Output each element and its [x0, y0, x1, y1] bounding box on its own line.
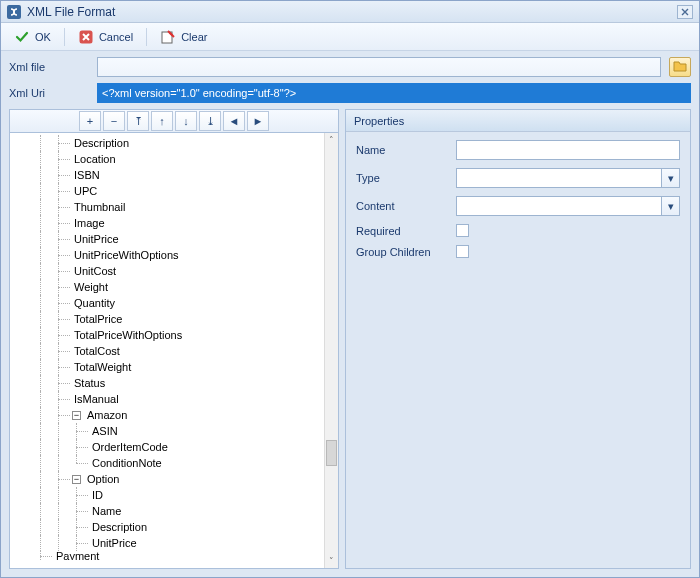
tree-node[interactable]: TotalPriceWithOptions	[12, 327, 322, 343]
prop-name-input[interactable]	[456, 140, 680, 160]
xml-file-format-dialog: XML File Format OK Cancel Clear	[0, 0, 700, 578]
tree-node-label: Location	[72, 153, 116, 165]
move-bottom-icon: ⤓	[206, 115, 215, 128]
tree-node-label: TotalPrice	[72, 313, 122, 325]
xml-uri-label: Xml Uri	[9, 87, 89, 99]
prop-group-children-checkbox[interactable]	[456, 245, 469, 258]
tree-node-label: ConditionNote	[90, 457, 162, 469]
chevron-down-icon[interactable]: ▾	[661, 197, 679, 215]
tree-node-label: TotalWeight	[72, 361, 131, 373]
tree-scrollbar[interactable]: ˄ ˅	[324, 133, 338, 568]
tree-nav-right-button[interactable]: ►	[247, 111, 269, 131]
tree-move-up-button[interactable]: ↑	[151, 111, 173, 131]
tree-toolbar: + − ⤒ ↑ ↓ ⤓ ◄ ►	[9, 109, 339, 133]
cancel-button[interactable]: Cancel	[71, 26, 140, 48]
scroll-down-button[interactable]: ˅	[325, 554, 338, 568]
tree-node[interactable]: Quantity	[12, 295, 322, 311]
prop-content-combo[interactable]: ▾	[456, 196, 680, 216]
tree-expander[interactable]: −	[72, 475, 81, 484]
tree-node-label: UnitPrice	[72, 233, 119, 245]
app-icon	[7, 5, 21, 19]
tree-node-label: TotalPriceWithOptions	[72, 329, 182, 341]
tree-node-label: Quantity	[72, 297, 115, 309]
check-icon	[14, 29, 30, 45]
xml-file-label: Xml file	[9, 61, 89, 73]
tree-node[interactable]: UPC	[12, 183, 322, 199]
tree-node-label: Option	[85, 473, 119, 485]
browse-button[interactable]	[669, 57, 691, 77]
clear-label: Clear	[181, 31, 207, 43]
tree-node[interactable]: Payment	[12, 551, 322, 560]
close-button[interactable]	[677, 5, 693, 19]
tree-node[interactable]: TotalPrice	[12, 311, 322, 327]
clear-icon	[160, 29, 176, 45]
prop-group-children-label: Group Children	[356, 246, 456, 258]
tree-node-label: OrderItemCode	[90, 441, 168, 453]
ok-button[interactable]: OK	[7, 26, 58, 48]
cancel-label: Cancel	[99, 31, 133, 43]
tree-node[interactable]: Name	[12, 503, 322, 519]
tree-node[interactable]: Description	[12, 519, 322, 535]
main-split: + − ⤒ ↑ ↓ ⤓ ◄ ► DescriptionLocationISBNU…	[9, 109, 691, 569]
prop-name-label: Name	[356, 144, 456, 156]
tree-node-label: Description	[90, 521, 147, 533]
prop-content-value	[457, 197, 661, 215]
nav-left-icon: ◄	[229, 115, 240, 127]
prop-required-checkbox[interactable]	[456, 224, 469, 237]
tree-node[interactable]: Location	[12, 151, 322, 167]
tree-node[interactable]: TotalWeight	[12, 359, 322, 375]
tree-move-bottom-button[interactable]: ⤓	[199, 111, 221, 131]
tree-expander[interactable]: −	[72, 411, 81, 420]
tree-node[interactable]: IsManual	[12, 391, 322, 407]
prop-content-label: Content	[356, 200, 456, 212]
tree-node[interactable]: ISBN	[12, 167, 322, 183]
tree-node[interactable]: ID	[12, 487, 322, 503]
tree-move-down-button[interactable]: ↓	[175, 111, 197, 131]
tree-node-label: Name	[90, 505, 121, 517]
tree-node[interactable]: ConditionNote	[12, 455, 322, 471]
scroll-track[interactable]	[325, 147, 338, 554]
tree-node-label: Payment	[54, 551, 99, 560]
tree-node[interactable]: −Option	[12, 471, 322, 487]
tree-add-button[interactable]: +	[79, 111, 101, 131]
tree-node[interactable]: UnitPriceWithOptions	[12, 247, 322, 263]
tree-node[interactable]: Status	[12, 375, 322, 391]
tree-node-label: IsManual	[72, 393, 119, 405]
tree-node[interactable]: Image	[12, 215, 322, 231]
tree-nav-left-button[interactable]: ◄	[223, 111, 245, 131]
tree-node[interactable]: UnitCost	[12, 263, 322, 279]
chevron-down-icon[interactable]: ▾	[661, 169, 679, 187]
scroll-thumb[interactable]	[326, 440, 337, 466]
tree-node[interactable]: −Amazon	[12, 407, 322, 423]
properties-panel: Properties Name Type ▾ Content	[345, 109, 691, 569]
tree-node-label: UPC	[72, 185, 97, 197]
tree-node[interactable]: UnitPrice	[12, 231, 322, 247]
nav-right-icon: ►	[253, 115, 264, 127]
clear-button[interactable]: Clear	[153, 26, 214, 48]
scroll-up-button[interactable]: ˄	[325, 133, 338, 147]
tree-node[interactable]: UnitPrice	[12, 535, 322, 551]
xml-uri-row: Xml Uri	[9, 83, 691, 103]
tree-node[interactable]: ASIN	[12, 423, 322, 439]
ok-label: OK	[35, 31, 51, 43]
tree-node[interactable]: Weight	[12, 279, 322, 295]
content-area: Xml file Xml Uri + − ⤒ ↑ ↓ ⤓ ◄	[1, 51, 699, 577]
tree: DescriptionLocationISBNUPCThumbnailImage…	[12, 135, 322, 560]
tree-node[interactable]: Description	[12, 135, 322, 151]
prop-type-label: Type	[356, 172, 456, 184]
tree-node[interactable]: OrderItemCode	[12, 439, 322, 455]
tree-node[interactable]: TotalCost	[12, 343, 322, 359]
tree-node[interactable]: Thumbnail	[12, 199, 322, 215]
prop-type-combo[interactable]: ▾	[456, 168, 680, 188]
move-down-icon: ↓	[183, 115, 189, 127]
minus-icon: −	[111, 115, 117, 127]
tree-node-label: ID	[90, 489, 103, 501]
xml-uri-input[interactable]	[97, 83, 691, 103]
tree-remove-button[interactable]: −	[103, 111, 125, 131]
move-top-icon: ⤒	[134, 115, 143, 128]
tree-node-label: Thumbnail	[72, 201, 125, 213]
tree-move-top-button[interactable]: ⤒	[127, 111, 149, 131]
tree-node-label: TotalCost	[72, 345, 120, 357]
titlebar: XML File Format	[1, 1, 699, 23]
xml-file-input[interactable]	[97, 57, 661, 77]
